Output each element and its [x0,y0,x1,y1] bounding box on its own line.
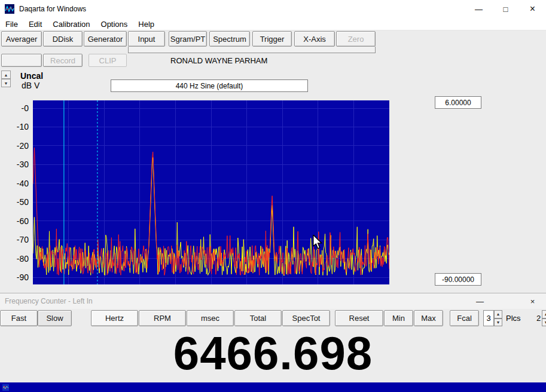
fast-button[interactable]: Fast [0,310,38,326]
y-tick-label: -50 [0,197,29,207]
y-tick-label: -20 [0,141,29,151]
y-tick-label: -30 [0,160,29,169]
app-icon [5,4,14,14]
menu-file[interactable]: File [0,18,23,30]
window-title: Daqarta for Windows [19,5,86,13]
y-axis-units-label: dB V [22,81,39,90]
frequency-counter-window: Frequency Counter - Left In — × Fast Slo… [0,293,546,382]
user-name-label: RONALD WAYNE PARHAM [170,56,267,65]
axis-spin-down-button[interactable]: ▼ [1,79,11,87]
counter-minimize-button[interactable]: — [466,293,493,309]
generator-button[interactable]: Generator [84,31,127,47]
axis-spin-up-button[interactable]: ▲ [1,71,11,79]
y-tick-label: -70 [0,235,29,244]
spectot-button[interactable]: SpecTot [282,310,330,326]
y-tick-label: -90 [0,272,29,282]
reset-button[interactable]: Reset [335,310,383,326]
blank-button[interactable] [1,54,42,67]
fcal-button[interactable]: Fcal [450,310,479,326]
sgram-pt-button[interactable]: Sgram/PT [169,31,207,47]
menubar: File Edit Calibration Options Help [0,18,546,30]
zero-button: Zero [336,31,376,47]
bottom-bar-icon [2,384,9,391]
max-button[interactable]: Max [414,310,443,326]
record-button: Record [43,54,83,67]
toolbar-tab-strip [128,47,376,53]
minimize-button[interactable]: — [465,0,492,18]
y-max-value-field[interactable]: 6.00000 [435,96,481,109]
menu-calibration[interactable]: Calibration [47,18,95,30]
min-button[interactable]: Min [384,310,413,326]
titlebar[interactable]: Daqarta for Windows — □ × [0,0,546,18]
daqarta-window: Daqarta for Windows — □ × File Edit Cali… [0,0,546,392]
hertz-button[interactable]: Hertz [91,310,138,326]
x-axis-button[interactable]: X-Axis [294,31,335,47]
menu-options[interactable]: Options [96,18,133,30]
right-spin-down-button[interactable]: ▼ [542,318,546,327]
maximize-button[interactable]: □ [492,0,519,18]
plcs-value-field[interactable]: 3 [483,310,494,326]
msec-button[interactable]: msec [187,310,234,326]
right-edge-value: 2 [536,314,541,323]
trigger-button[interactable]: Trigger [252,31,292,47]
y-tick-label: -0 [0,103,29,113]
plcs-label: Plcs [506,314,521,323]
plcs-spin-down-button[interactable]: ▼ [494,318,502,327]
menu-help[interactable]: Help [133,18,160,30]
input-button[interactable]: Input [128,31,165,47]
spectrum-plot[interactable] [33,100,389,284]
y-tick-label: -80 [0,254,29,264]
plcs-spinner: 3 ▲ ▼ [483,310,494,326]
y-tick-label: -10 [0,122,29,131]
close-button[interactable]: × [519,0,546,18]
y-min-value-field[interactable]: -90.00000 [435,273,481,286]
y-tick-label: -60 [0,216,29,226]
counter-close-button[interactable]: × [519,293,546,309]
frequency-reading: 6466.698 [0,328,546,378]
generator-title-field[interactable]: 440 Hz Sine (default) [111,79,308,92]
menu-edit[interactable]: Edit [23,18,47,30]
right-spin-up-button[interactable]: ▲ [542,310,546,318]
mouse-cursor [312,235,323,250]
axis-spinner: ▲ ▼ [1,71,11,87]
y-tick-label: -40 [0,179,29,188]
spectrum-traces [33,100,389,284]
rpm-button[interactable]: RPM [139,310,186,326]
uncal-label: Uncal [20,71,43,81]
slow-button[interactable]: Slow [38,310,72,326]
counter-titlebar[interactable]: Frequency Counter - Left In — × [0,293,546,309]
spectrum-button[interactable]: Spectrum [209,31,250,47]
plcs-spin-up-button[interactable]: ▲ [494,310,502,318]
total-button[interactable]: Total [234,310,282,326]
counter-title: Frequency Counter - Left In [5,297,93,305]
clip-indicator: CLIP [89,54,127,67]
bottom-window-bar[interactable] [0,382,546,392]
averager-button[interactable]: Averager [1,31,42,47]
ddisk-button[interactable]: DDisk [43,31,83,47]
